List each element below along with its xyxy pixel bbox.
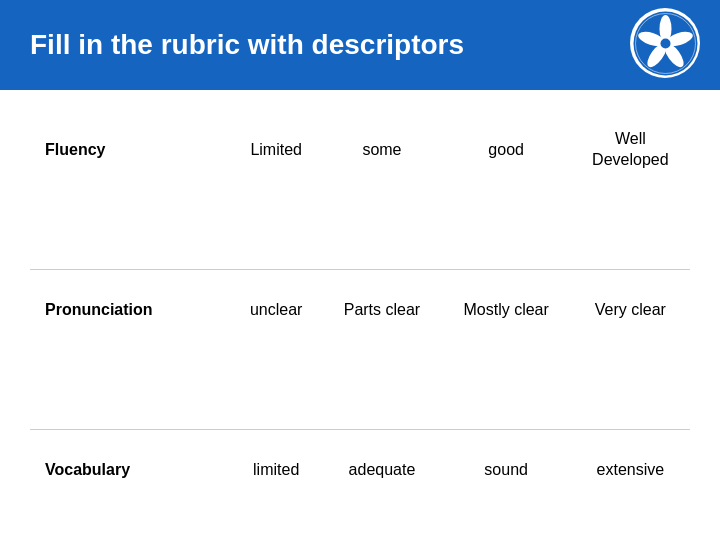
pronunciation-col3: Mostly clear [442,270,571,350]
pronunciation-label: Pronunciation [30,270,230,350]
pronunciation-col2: Parts clear [322,270,441,350]
pronunciation-col4: Very clear [571,270,690,350]
fluency-col4-line1: Well [615,130,646,147]
vocabulary-col1: limited [230,430,322,510]
logo [630,8,700,78]
fluency-col3: good [442,110,571,190]
fluency-col4-line2: Developed [592,151,669,168]
svg-point-6 [660,38,670,48]
vocabulary-col2: adequate [322,430,441,510]
vocabulary-col3: sound [442,430,571,510]
fluency-label: Fluency [30,110,230,190]
rubric-table: Fluency Limited some good Well Developed… [30,110,690,540]
fluency-col4: Well Developed [571,110,690,190]
page-title: Fill in the rubric with descriptors [30,29,464,61]
main-content: Fluency Limited some good Well Developed… [0,90,720,540]
table-row: Vocabulary limited adequate sound extens… [30,430,690,510]
table-row: Pronunciation unclear Parts clear Mostly… [30,270,690,350]
fluency-col1: Limited [230,110,322,190]
header: Fill in the rubric with descriptors [0,0,720,90]
vocabulary-col4: extensive [571,430,690,510]
pronunciation-col1: unclear [230,270,322,350]
table-row: Fluency Limited some good Well Developed [30,110,690,190]
fluency-col2: some [322,110,441,190]
vocabulary-label: Vocabulary [30,430,230,510]
